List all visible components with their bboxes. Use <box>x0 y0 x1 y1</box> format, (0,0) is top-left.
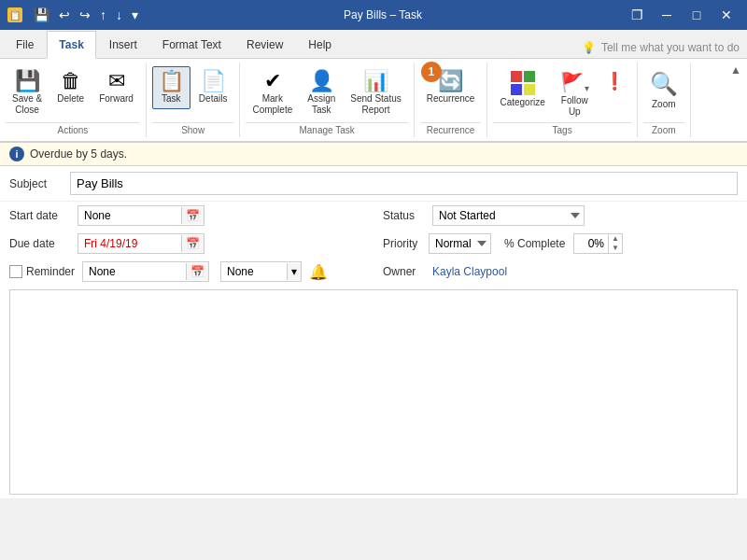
assign-task-button[interactable]: 👤 AssignTask <box>301 66 342 120</box>
categorize-label: Categorize <box>500 97 544 108</box>
save-close-button[interactable]: 💾 Save &Close <box>6 66 49 120</box>
tags-group-label: Tags <box>493 122 630 137</box>
reminder-date-input[interactable] <box>83 262 186 281</box>
owner-label: Owner <box>383 265 425 278</box>
tab-file[interactable]: File <box>4 30 46 58</box>
due-date-label: Due date <box>9 237 70 250</box>
details-button[interactable]: 📄 Details <box>192 66 234 109</box>
task-view-button[interactable]: 📋 Task <box>152 66 190 109</box>
undo-icon[interactable]: ↩ <box>55 6 74 24</box>
upload-icon[interactable]: ↑ <box>96 6 110 24</box>
alert-label <box>613 93 615 105</box>
details-icon: 📄 <box>201 71 226 91</box>
start-date-half: Start date 📅 <box>0 202 374 230</box>
minimize-icon[interactable]: ─ <box>654 2 680 28</box>
overdue-text: Overdue by 5 days. <box>30 147 127 161</box>
notes-area[interactable] <box>9 289 738 495</box>
close-icon[interactable]: ✕ <box>713 2 740 28</box>
window-title: Pay Bills – Task <box>142 8 624 21</box>
ribbon: File Task Insert Format Text Review Help… <box>0 30 747 143</box>
zoom-icon: 🔍 <box>650 71 678 97</box>
ribbon-group-show: 📋 Task 📄 Details Show <box>147 63 241 137</box>
status-select[interactable]: Not Started In Progress Completed Waitin… <box>432 205 585 226</box>
forward-icon: ✉ <box>108 71 125 91</box>
ribbon-search: 💡 Tell me what you want to do <box>574 37 747 58</box>
due-date-input[interactable] <box>78 234 181 253</box>
bell-icon[interactable]: 🔔 <box>309 263 328 281</box>
send-status-report-button[interactable]: 📊 Send StatusReport <box>344 66 407 120</box>
mark-complete-icon: ✔ <box>264 71 281 91</box>
save-quick-icon[interactable]: 💾 <box>30 6 53 24</box>
percent-label: % Complete <box>504 237 570 250</box>
reminder-date-calendar-icon[interactable]: 📅 <box>186 263 208 280</box>
owner-half: Owner Kayla Claypool <box>374 261 747 282</box>
tab-task[interactable]: Task <box>47 31 95 59</box>
follow-up-icon: 🚩 ▾ <box>560 71 589 93</box>
percent-down-arrow[interactable]: ▼ <box>609 244 622 253</box>
ribbon-collapse-button[interactable]: ▲ <box>728 63 743 77</box>
follow-up-button[interactable]: 🚩 ▾ FollowUp <box>554 66 596 122</box>
categorize-button[interactable]: Categorize <box>493 66 551 113</box>
reminder-time-wrap: ▾ <box>220 261 302 282</box>
percent-up-arrow[interactable]: ▲ <box>609 234 622 244</box>
actions-group-label: Actions <box>6 122 140 137</box>
save-close-label: Save &Close <box>12 93 42 116</box>
task-view-icon: 📋 <box>159 71 184 91</box>
maximize-icon[interactable]: □ <box>684 2 710 28</box>
percent-input[interactable] <box>574 234 608 253</box>
redo-icon[interactable]: ↪ <box>76 6 94 24</box>
show-group-label: Show <box>152 122 234 137</box>
alert-button[interactable]: ❗ <box>598 66 631 109</box>
tab-format-text[interactable]: Format Text <box>150 30 233 58</box>
follow-up-label: FollowUp <box>561 95 588 118</box>
zoom-button[interactable]: 🔍 Zoom <box>643 66 684 115</box>
tab-insert[interactable]: Insert <box>97 30 149 58</box>
mark-complete-button[interactable]: ✔ MarkComplete <box>246 66 299 120</box>
subject-input[interactable] <box>70 172 738 195</box>
recurrence-button[interactable]: 🔄 Recurrence 1 <box>420 66 482 109</box>
tab-help[interactable]: Help <box>296 30 344 58</box>
task-form-area: Subject Start date 📅 Status Not Started … <box>0 166 747 498</box>
reminder-date-wrap: 📅 <box>82 261 209 282</box>
manage-task-buttons: ✔ MarkComplete 👤 AssignTask 📊 Send Statu… <box>246 63 407 122</box>
priority-select[interactable]: Low Normal High <box>429 233 491 254</box>
customize-icon[interactable]: ▾ <box>128 6 142 24</box>
forward-button[interactable]: ✉ Forward <box>92 66 140 109</box>
reminder-time-dropdown[interactable]: ▾ <box>287 263 301 280</box>
ribbon-group-recurrence: 🔄 Recurrence 1 Recurrence <box>415 63 488 137</box>
mark-complete-label: MarkComplete <box>252 93 292 116</box>
status-half: Status Not Started In Progress Completed… <box>374 202 747 230</box>
start-date-label: Start date <box>9 209 70 222</box>
reminder-time-input[interactable] <box>221 262 287 281</box>
categorize-icon <box>511 71 535 95</box>
due-priority-row: Due date 📅 Priority Low Normal High % Co… <box>0 230 747 258</box>
details-label: Details <box>199 93 228 105</box>
reminder-checkbox[interactable] <box>9 265 22 278</box>
start-date-input[interactable] <box>78 206 181 225</box>
reminder-owner-row: Reminder 📅 ▾ 🔔 Owner Kayla Claypool <box>0 258 747 286</box>
recurrence-group-label: Recurrence <box>420 122 482 137</box>
title-bar: 📋 💾 ↩ ↪ ↑ ↓ ▾ Pay Bills – Task ❐ ─ □ ✕ <box>0 0 747 30</box>
subject-row: Subject <box>0 166 747 202</box>
window-controls: ❐ ─ □ ✕ <box>624 2 740 28</box>
reminder-label: Reminder <box>26 265 75 278</box>
alert-icon: ❗ <box>604 71 625 91</box>
follow-up-down-icon: ▾ <box>585 83 589 93</box>
percent-complete-field: % Complete ▲ ▼ <box>504 233 623 254</box>
restore-window-icon[interactable]: ❐ <box>624 2 650 28</box>
tags-buttons: Categorize 🚩 ▾ FollowUp ❗ <box>493 63 630 122</box>
download-icon[interactable]: ↓ <box>112 6 126 24</box>
status-label: Status <box>383 209 425 222</box>
due-date-calendar-icon[interactable]: 📅 <box>181 235 204 252</box>
save-close-icon: 💾 <box>15 71 40 91</box>
info-icon: i <box>9 147 24 161</box>
zoom-label: Zoom <box>652 99 676 110</box>
flag-icon: 🚩 <box>560 71 584 93</box>
search-placeholder-text[interactable]: Tell me what you want to do <box>601 41 740 54</box>
delete-button[interactable]: 🗑 Delete <box>50 66 91 109</box>
start-date-calendar-icon[interactable]: 📅 <box>181 207 204 224</box>
owner-value: Kayla Claypool <box>432 265 507 278</box>
tab-review[interactable]: Review <box>234 30 295 58</box>
ribbon-group-tags: Categorize 🚩 ▾ FollowUp ❗ Tags <box>487 63 637 137</box>
assign-task-label: AssignTask <box>307 93 335 116</box>
